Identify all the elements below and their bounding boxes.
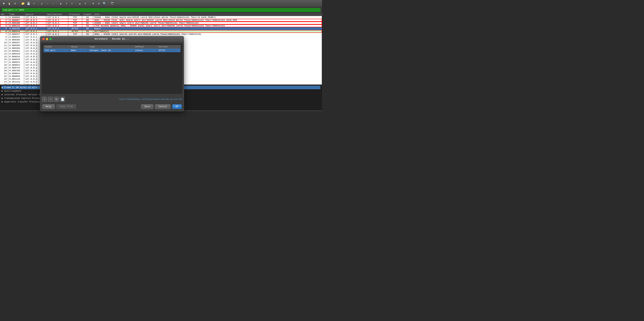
zoom-out-icon[interactable]: ⊖ [96,2,101,6]
col-header-source[interactable]: Source [24,13,46,16]
filter-icon[interactable]: ▬ [78,2,82,6]
columns-icon[interactable]: 🗖 [110,2,114,6]
restart-icon[interactable]: ⬇ [70,2,74,6]
decode-add-button[interactable]: + [42,97,47,102]
dialog-title: Wireshark · Decode As... [95,38,130,41]
reload-icon[interactable]: ↺ [40,2,44,6]
dialog-help-button[interactable]: Help [42,104,55,109]
main-toolbar: ■ 🐧 ⚙ 📁 💾 ✕ ↺ ← → ▲ ⬆ ⬇ ▬ ≡ ⊕ ⊖ 🔍 🗖 [0,0,322,7]
col-header-time[interactable]: Time [8,13,24,16]
save-icon[interactable]: 💾 [26,2,30,6]
decode-col-type: Type [88,45,134,49]
decode-col-field: Field [44,45,69,49]
col-header-length[interactable]: Length [82,13,93,16]
decode-remove-button[interactable]: − [48,97,53,102]
decode-table-row[interactable]: TCP port8001Integer, base 10(none)HTTP2 [44,49,180,52]
table-row[interactable]: 60.000244127.0.0.1127.0.0.1HTTP265SETTIN… [0,30,322,33]
decode-file-path-link[interactable]: /Users/fanhaodong/.config/wireshark/deco… [118,98,182,101]
decode-col-current: Current [157,45,180,49]
decode-as-dialog: Wireshark · Decode As... Field Value Typ… [40,36,184,111]
dialog-bottom-toolbar: + − ⧉ 📄 /Users/fanhaodong/.config/wiresh… [40,96,184,103]
decode-as-table: Field Value Type Default Current TCP por… [44,45,180,52]
zoom-reset-icon[interactable]: 🔍 [102,2,106,6]
forward-icon[interactable]: → [51,2,55,6]
col-header-info[interactable]: Info [93,13,322,16]
dialog-copy-from-button[interactable]: Copy from [56,104,76,109]
packet-table-header: No. Time Source Destination Protocol Len… [0,13,322,16]
toolbar-sep-2 [38,2,38,6]
back-icon[interactable]: ← [45,2,50,6]
dialog-minimize-button[interactable] [46,38,48,40]
dialog-cancel-button[interactable]: Cancel [155,104,170,109]
dialog-action-buttons: Help Copy from Save Cancel OK [40,103,184,111]
decode-copy-icon-button[interactable]: ⧉ [54,97,59,102]
table-row[interactable]: 30.000108127.0.0.1127.0.0.1TCP5655698 → … [0,22,322,25]
toolbar-sep-5 [89,2,90,6]
settings-icon[interactable]: ⚙ [13,2,17,6]
decode-file-icon-button[interactable]: 📄 [60,97,65,102]
zoom-in-icon[interactable]: ⊕ [91,2,96,6]
open-icon[interactable]: 📁 [20,2,25,6]
dialog-close-button[interactable] [42,38,44,40]
wireshark-logo[interactable]: ■ [2,2,6,6]
toolbar-sep-1 [19,2,19,6]
table-row[interactable]: 70.000247127.0.0.1127.0.0.1TCP568001 → 5… [0,33,322,36]
filter-bar [0,7,322,13]
toolbar-sep-3 [57,2,57,6]
filter-input[interactable] [2,8,320,12]
stop-icon[interactable]: ⬆ [64,2,68,6]
bookmark-icon[interactable]: ≡ [83,2,88,6]
table-row[interactable]: 10.000000127.0.0.1127.0.0.1TCP6855698 → … [0,16,322,19]
decode-as-table-container: Field Value Type Default Current TCP por… [42,44,182,94]
decode-table-empty [44,52,180,92]
dialog-save-button[interactable]: Save [141,104,154,109]
col-header-protocol[interactable]: Protocol [68,13,82,16]
shark-icon[interactable]: 🐧 [7,2,12,6]
dialog-maximize-button[interactable] [50,38,52,40]
decode-col-value: Value [69,45,88,49]
close-icon[interactable]: ✕ [32,2,36,6]
capture-icon[interactable]: ▲ [58,2,63,6]
table-row[interactable]: 40.000116127.0.0.1127.0.0.1TCP56[TCP Win… [0,25,322,27]
dialog-titlebar: Wireshark · Decode As... [40,36,184,42]
col-header-no[interactable]: No. [0,13,8,16]
table-row[interactable]: 50.000230127.0.0.1127.0.0.1HTTP280Magic [0,27,322,30]
decode-col-default: Default [134,45,157,49]
col-header-destination[interactable]: Destination [46,13,68,16]
dialog-ok-button[interactable]: OK [172,104,182,109]
decode-table-header: Field Value Type Default Current [44,45,180,49]
toolbar-sep-4 [76,2,76,6]
table-row[interactable]: 20.000097127.0.0.1127.0.0.1TCP688001 → 5… [0,19,322,22]
toolbar-sep-6 [108,2,108,6]
